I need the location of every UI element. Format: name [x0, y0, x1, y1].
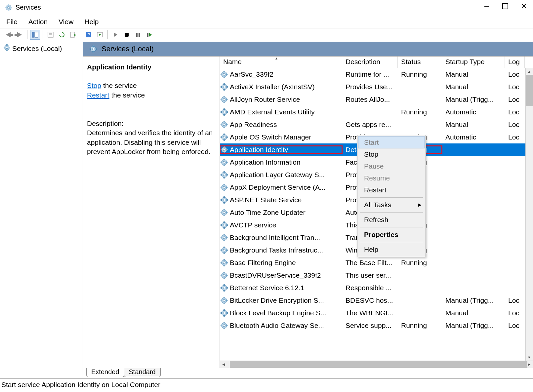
service-icon [221, 108, 228, 116]
service-startup-text: Manual [442, 309, 505, 317]
export-button[interactable] [68, 30, 78, 40]
svg-rect-6 [32, 32, 34, 37]
svg-rect-21 [136, 33, 138, 37]
svg-text:?: ? [87, 32, 90, 37]
service-name-text: AarSvc_339f2 [230, 70, 273, 78]
service-name-text: Base Filtering Engine [230, 259, 296, 267]
service-desc-text: Routes AllJo... [342, 96, 398, 103]
service-icon [221, 297, 228, 304]
show-tree-button[interactable] [30, 30, 40, 40]
stop-service-button[interactable] [122, 30, 132, 40]
column-startup-type[interactable]: Startup Type [442, 57, 505, 68]
minimize-button[interactable] [477, 0, 496, 13]
service-name-text: Application Identity [230, 146, 288, 154]
window-controls: ✕ [477, 0, 533, 13]
tab-extended[interactable]: Extended [86, 368, 124, 377]
refresh-button[interactable] [57, 30, 67, 40]
service-row[interactable]: Bluetooth Audio Gateway Se... Service su… [220, 319, 533, 332]
description-text: Determines and verifies the identity of … [87, 128, 216, 156]
service-row[interactable]: AMD External Events Utility Running Auto… [220, 106, 533, 118]
maximize-button[interactable] [496, 0, 514, 13]
service-row[interactable]: ActiveX Installer (AxInstSV) Provides Us… [220, 81, 533, 93]
service-logon-text: Loc [505, 70, 525, 78]
ctx-resume: Resume [358, 172, 425, 184]
service-icon [221, 234, 228, 241]
service-desc-text: Responsible ... [342, 284, 398, 292]
ctx-start: Start [358, 137, 425, 148]
menu-action[interactable]: Action [27, 17, 49, 26]
service-logon-text: Loc [505, 108, 525, 116]
restart-link[interactable]: Restart [87, 91, 109, 99]
service-desc-text: BDESVC hos... [342, 296, 398, 304]
scroll-left-icon[interactable]: ◀ [220, 361, 227, 368]
service-row[interactable]: AllJoyn Router Service Routes AllJo... M… [220, 93, 533, 106]
tree-pane: Services (Local) [0, 42, 83, 378]
service-icon [221, 71, 228, 78]
action-button[interactable] [95, 30, 105, 40]
pause-service-button[interactable] [133, 30, 143, 40]
forward-button[interactable] [15, 30, 24, 40]
ctx-all-tasks[interactable]: All Tasks▶ [358, 199, 425, 211]
service-startup-text: Manual (Trigg... [442, 322, 505, 330]
scroll-thumb-h[interactable] [230, 361, 527, 368]
service-icon [221, 209, 228, 216]
scroll-down-icon[interactable]: ▼ [526, 354, 533, 361]
service-icon [221, 184, 228, 191]
properties-button[interactable] [46, 30, 56, 40]
ctx-stop[interactable]: Stop [358, 148, 425, 160]
ctx-restart[interactable]: Restart [358, 184, 425, 196]
svg-marker-12 [62, 31, 63, 33]
scroll-thumb[interactable] [526, 75, 533, 106]
tab-standard[interactable]: Standard [124, 368, 161, 377]
restart-service-button[interactable] [144, 30, 154, 40]
svg-marker-24 [149, 33, 152, 37]
ctx-help[interactable]: Help [358, 244, 425, 255]
ctx-properties[interactable]: Properties [358, 229, 425, 241]
service-name-text: AllJoyn Router Service [230, 96, 300, 103]
service-name-text: Background Tasks Infrastruc... [230, 246, 323, 254]
service-status-text: Running [398, 322, 442, 330]
menu-help[interactable]: Help [83, 17, 100, 26]
svg-marker-19 [114, 32, 117, 37]
column-logon[interactable]: Log [505, 57, 525, 68]
column-description[interactable]: Description [342, 57, 398, 68]
column-name[interactable]: Name [220, 57, 342, 68]
tree-root[interactable]: Services (Local) [4, 44, 79, 53]
svg-rect-13 [70, 32, 74, 37]
service-icon [221, 221, 228, 229]
service-row[interactable]: BcastDVRUserService_339f2 This user ser.… [220, 269, 533, 282]
vertical-scrollbar[interactable]: ▲ ▼ [525, 68, 533, 361]
gear-icon [90, 45, 97, 53]
horizontal-scrollbar[interactable]: ◀ ▶ [220, 361, 533, 368]
scroll-up-icon[interactable]: ▲ [526, 68, 533, 75]
start-service-button[interactable] [110, 30, 120, 40]
selected-service-name: Application Identity [87, 62, 216, 72]
service-row[interactable]: Base Filtering Engine The Base Filt... R… [220, 256, 533, 269]
svg-rect-7 [35, 32, 38, 37]
ctx-refresh[interactable]: Refresh [358, 214, 425, 226]
help-button[interactable]: ? [84, 30, 94, 40]
service-desc-text: The Base Filt... [342, 259, 398, 267]
status-text: Start service Application Identity on Lo… [1, 381, 160, 389]
service-name-text: Background Intelligent Tran... [230, 234, 320, 242]
service-row[interactable]: BitLocker Drive Encryption S... BDESVC h… [220, 294, 533, 307]
svg-rect-22 [139, 33, 140, 37]
menu-file[interactable]: File [5, 17, 19, 26]
service-row[interactable]: Betternet Service 6.12.1 Responsible ... [220, 282, 533, 294]
service-desc-text: Runtime for ... [342, 70, 398, 78]
header-banner: Services (Local) [83, 42, 533, 57]
service-row[interactable]: AarSvc_339f2 Runtime for ... Running Man… [220, 68, 533, 81]
close-button[interactable]: ✕ [514, 0, 533, 13]
service-row[interactable]: App Readiness Gets apps re... Manual Loc [220, 118, 533, 131]
back-button[interactable] [3, 30, 13, 40]
service-status-text: Running [398, 70, 442, 78]
description-label: Description: [87, 119, 216, 128]
service-row[interactable]: Block Level Backup Engine S... The WBENG… [220, 307, 533, 319]
service-name-text: Apple OS Switch Manager [230, 133, 311, 141]
column-status[interactable]: Status [398, 57, 442, 68]
service-startup-text: Manual (Trigg... [442, 296, 505, 304]
menu-view[interactable]: View [57, 17, 75, 26]
svg-rect-23 [147, 33, 148, 37]
scroll-right-icon[interactable]: ▶ [525, 361, 533, 368]
stop-link[interactable]: Stop [87, 82, 101, 89]
